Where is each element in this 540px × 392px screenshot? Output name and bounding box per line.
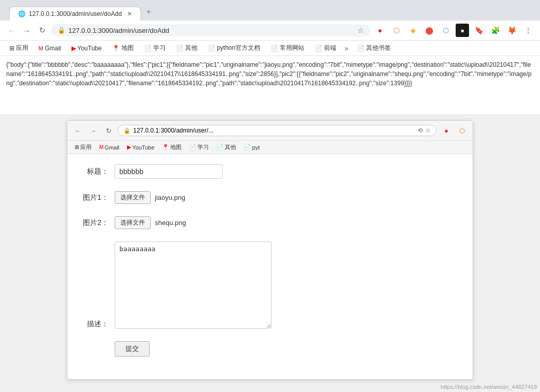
inner-apps-icon: ⊞ <box>75 144 79 151</box>
pic2-row: 图片2： 选择文件 shequ.png <box>78 216 457 229</box>
inner-apps-label: 应用 <box>80 143 92 151</box>
tab-close-icon[interactable]: ✕ <box>127 10 132 17</box>
nav-icons: ● ⬡ ◈ ⬤ ⬡ ■ 🔖 🧩 🦊 ⋮ <box>373 24 535 37</box>
gmail-icon: M <box>39 45 43 51</box>
maps-icon: 📍 <box>112 45 120 52</box>
inner-translate-icon[interactable]: ⟲ <box>418 127 423 134</box>
bookmark-other-bookmarks[interactable]: 📄 其他书签 <box>353 42 395 54</box>
other-icon: 📄 <box>176 45 184 52</box>
pic2-label: 图片2： <box>78 218 109 228</box>
pic1-row: 图片1： 选择文件 jiaoyu.png <box>78 191 457 204</box>
inner-back-button[interactable]: ← <box>71 124 84 137</box>
ext5-icon[interactable]: ■ <box>456 24 469 37</box>
inner-reload-button[interactable]: ↻ <box>102 124 115 137</box>
inner-pyt-icon: 📄 <box>244 144 251 151</box>
inner-ext1-icon[interactable]: ⬡ <box>455 124 469 137</box>
inner-browser-window: ← → ↻ 🔒 127.0.0.1:3000/admin/user/... ⟲ … <box>67 120 473 380</box>
frontend-icon: 📄 <box>315 45 322 52</box>
inner-study-label: 学习 <box>197 143 209 151</box>
opera-icon[interactable]: ● <box>373 24 387 37</box>
outer-nav-bar: ← → ↻ 🔒 127.0.0.1:3000/admin/user/doAdd … <box>0 21 540 41</box>
inner-opera-icon[interactable]: ● <box>440 124 453 137</box>
inner-bookmark-other[interactable]: 📄 其他 <box>213 142 239 152</box>
inner-address-text: 127.0.0.1:3000/admin/user/... <box>133 127 415 134</box>
bookmark-frontend[interactable]: 📄 前端 <box>311 42 340 54</box>
bookmark-apps[interactable]: ⊞ 应用 <box>5 42 32 54</box>
bookmark-common[interactable]: 📄 常用网站 <box>266 42 309 54</box>
desc-textarea[interactable]: baaaaaaaa <box>115 241 272 329</box>
bookmark-apps-label: 应用 <box>16 44 28 52</box>
bookmark-gmail-label: Gmail <box>45 45 61 52</box>
title-label: 标题： <box>78 167 109 176</box>
bookmark-study[interactable]: 📄 学习 <box>140 42 170 54</box>
submit-row: 提交 <box>78 341 457 357</box>
submit-button[interactable]: 提交 <box>115 341 150 357</box>
bookmark-python-label: python官方文档 <box>217 44 260 52</box>
forward-button[interactable]: → <box>21 24 33 36</box>
ext2-icon[interactable]: ◈ <box>406 24 420 37</box>
bookmark-gmail[interactable]: M Gmail <box>34 43 65 53</box>
tab-favicon: 🌐 <box>18 10 26 17</box>
bookmark-study-label: 学习 <box>153 44 166 52</box>
ext4-icon[interactable]: ⬡ <box>439 24 453 37</box>
other-bookmarks-icon: 📄 <box>357 45 365 52</box>
inner-bookmark-pyt[interactable]: 📄 pyt <box>241 143 263 152</box>
bookmark-other-label: 其他 <box>185 44 197 52</box>
ext6-icon[interactable]: 🔖 <box>472 24 485 37</box>
title-input[interactable] <box>115 164 223 179</box>
inner-gmail-label: Gmail <box>104 144 119 151</box>
bookmark-youtube[interactable]: ▶ YouTube <box>67 43 106 53</box>
ext7-icon[interactable]: 🧩 <box>489 24 502 37</box>
inner-youtube-icon: ▶ <box>127 144 131 151</box>
new-tab-btn[interactable]: ＋ <box>145 7 152 21</box>
bookmark-youtube-label: YouTube <box>78 45 102 52</box>
inner-other-icon: 📄 <box>217 144 224 151</box>
active-tab[interactable]: 🌐 127.0.0.1:3000/admin/user/doAdd ✕ <box>9 7 141 21</box>
python-icon: 📄 <box>208 45 215 52</box>
inner-forward-button[interactable]: → <box>87 124 99 137</box>
bookmark-star-icon[interactable]: ☆ <box>357 26 364 34</box>
reload-button[interactable]: ↻ <box>36 24 48 36</box>
lock-icon: 🔒 <box>58 27 65 34</box>
pic2-filename: shequ.png <box>155 219 186 227</box>
bookmark-python[interactable]: 📄 python官方文档 <box>204 42 264 54</box>
address-bar[interactable]: 🔒 127.0.0.1:3000/admin/user/doAdd ☆ <box>51 24 370 36</box>
form-area: 标题： 图片1： 选择文件 jiaoyu.png 图片2： 选择文件 shequ… <box>67 154 473 379</box>
inner-bookmark-maps[interactable]: 📍 地图 <box>159 142 185 152</box>
inner-bookmark-youtube[interactable]: ▶ YouTube <box>124 143 157 152</box>
bookmark-maps[interactable]: 📍 地图 <box>108 42 138 54</box>
inner-bookmark-gmail[interactable]: M Gmail <box>96 143 122 152</box>
title-row: 标题： <box>78 164 457 179</box>
more-bookmarks-btn[interactable]: » <box>343 44 351 52</box>
inner-gmail-icon: M <box>99 144 103 150</box>
pic1-label: 图片1： <box>78 193 109 202</box>
inner-address-bar[interactable]: 🔒 127.0.0.1:3000/admin/user/... ⟲ ☆ <box>118 125 437 136</box>
youtube-icon: ▶ <box>71 45 76 52</box>
ext8-icon[interactable]: 🦊 <box>505 24 518 37</box>
common-icon: 📄 <box>271 45 278 52</box>
pic2-choose-button[interactable]: 选择文件 <box>115 216 151 229</box>
inner-bookmark-apps[interactable]: ⊞ 应用 <box>71 142 95 152</box>
inner-bookmark-icon[interactable]: ☆ <box>425 127 431 134</box>
inner-lock-icon: 🔒 <box>123 127 131 134</box>
inner-nav-icons: ● ⬡ <box>440 124 469 137</box>
bookmark-other[interactable]: 📄 其他 <box>172 42 202 54</box>
pic1-filename: jiaoyu.png <box>155 194 185 201</box>
pic1-choose-button[interactable]: 选择文件 <box>115 191 151 204</box>
inner-youtube-label: YouTube <box>132 144 154 151</box>
back-button[interactable]: ← <box>5 24 17 36</box>
json-text: {"body":{"title":"bbbbbb","desc":"baaaaa… <box>6 61 531 87</box>
desc-label: 描述： <box>78 320 109 329</box>
inner-bookmarks-bar: ⊞ 应用 M Gmail ▶ YouTube 📍 地图 📄 学习 📄 其他 <box>67 141 473 154</box>
tab-bar: 🌐 127.0.0.1:3000/admin/user/doAdd ✕ ＋ <box>0 0 540 21</box>
inner-nav-bar: ← → ↻ 🔒 127.0.0.1:3000/admin/user/... ⟲ … <box>67 121 473 141</box>
ext3-icon[interactable]: ⬤ <box>423 24 436 37</box>
outer-browser: 🌐 127.0.0.1:3000/admin/user/doAdd ✕ ＋ ← … <box>0 0 540 380</box>
study-icon: 📄 <box>144 45 152 52</box>
inner-maps-icon: 📍 <box>162 144 169 151</box>
bookmark-other-bookmarks-label: 其他书签 <box>366 44 391 52</box>
ext1-icon[interactable]: ⬡ <box>390 24 403 37</box>
inner-bookmark-study[interactable]: 📄 学习 <box>186 142 212 152</box>
more-icon[interactable]: ⋮ <box>521 24 535 37</box>
inner-pyt-label: pyt <box>252 144 260 151</box>
